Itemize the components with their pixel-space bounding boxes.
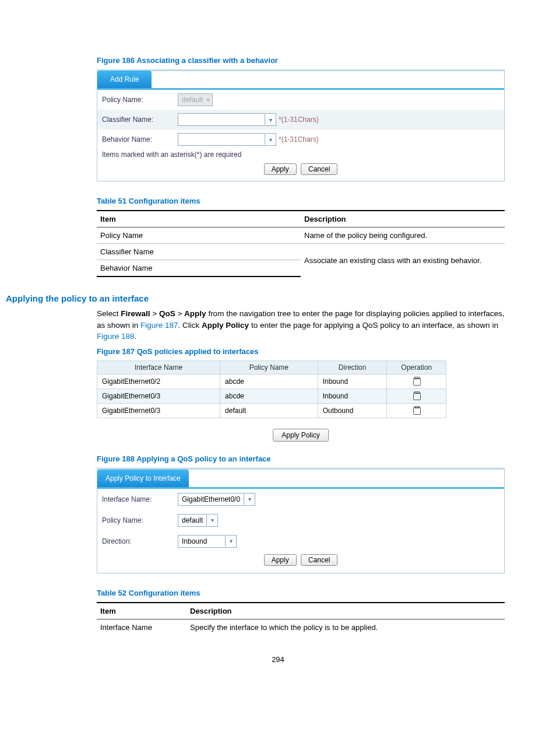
table51-head-desc: Description bbox=[301, 211, 505, 228]
classifier-hint: *(1-31Chars) bbox=[279, 116, 319, 124]
cancel-button[interactable]: Cancel bbox=[301, 163, 337, 175]
col-operation: Operation bbox=[387, 360, 446, 374]
direction-select[interactable]: Inbound ▾ bbox=[178, 535, 237, 548]
figure187-link[interactable]: Figure 187 bbox=[140, 321, 178, 330]
grid-row: GigabitEthernet0/3 default Outbound bbox=[97, 403, 446, 418]
table52: Item Description Interface Name Specify … bbox=[97, 602, 505, 635]
apply-policy-tab[interactable]: Apply Policy to Interface bbox=[97, 470, 189, 487]
table51-caption: Table 51 Configuration items bbox=[97, 197, 505, 205]
behavior-hint: *(1-31Chars) bbox=[279, 135, 319, 144]
apply-button[interactable]: Apply bbox=[264, 163, 297, 175]
figure188-link[interactable]: Figure 188 bbox=[97, 332, 135, 341]
add-rule-tab[interactable]: Add Rule bbox=[97, 71, 152, 88]
classifier-name-input[interactable] bbox=[181, 114, 265, 125]
figure187-grid: Interface Name Policy Name Direction Ope… bbox=[97, 360, 446, 418]
policy-name-select: default ▾ bbox=[178, 93, 213, 106]
table51: Item Description Policy Name Name of the… bbox=[97, 210, 505, 277]
table51-r1-item: Policy Name bbox=[97, 228, 301, 244]
apply-button-188[interactable]: Apply bbox=[264, 554, 297, 566]
cancel-button-188[interactable]: Cancel bbox=[301, 554, 337, 566]
classifier-name-select[interactable]: ▾ bbox=[178, 113, 276, 126]
table52-head-item: Item bbox=[97, 603, 186, 620]
table52-caption: Table 52 Configuration items bbox=[97, 589, 505, 597]
col-interface: Interface Name bbox=[97, 360, 220, 374]
direction-label: Direction: bbox=[102, 537, 178, 545]
chevron-down-icon[interactable]: ▾ bbox=[225, 536, 236, 547]
table51-merged-desc: Associate an existing class with an exis… bbox=[301, 244, 505, 277]
chevron-down-icon[interactable]: ▾ bbox=[265, 114, 276, 125]
policy-name-select-188[interactable]: default ▾ bbox=[178, 514, 218, 527]
apply-policy-button[interactable]: Apply Policy bbox=[273, 429, 328, 442]
required-note: Items marked with an asterisk(*) are req… bbox=[97, 149, 504, 161]
table51-r2-item: Classifier Name bbox=[97, 244, 301, 260]
add-rule-panel: Add Rule Policy Name: default ▾ Classifi… bbox=[97, 69, 505, 181]
interface-name-label: Interface Name: bbox=[102, 495, 178, 503]
table51-r1-desc: Name of the policy being configured. bbox=[301, 228, 505, 244]
trash-icon[interactable] bbox=[413, 391, 420, 399]
table52-r1-desc: Specify the interface to which the polic… bbox=[186, 619, 505, 635]
table52-r1-item: Interface Name bbox=[97, 619, 186, 635]
table52-head-desc: Description bbox=[186, 603, 505, 620]
grid-row: GigabitEthernet0/2 abcde Inbound bbox=[97, 374, 446, 388]
behavior-name-select[interactable]: ▾ bbox=[178, 133, 276, 146]
chevron-down-icon[interactable]: ▾ bbox=[244, 494, 255, 505]
classifier-name-label: Classifier Name: bbox=[102, 116, 178, 124]
policy-name-label-188: Policy Name: bbox=[102, 516, 178, 524]
figure188-caption: Figure 188 Applying a QoS policy to an i… bbox=[97, 454, 505, 463]
trash-icon[interactable] bbox=[413, 377, 420, 384]
policy-name-value: default bbox=[182, 96, 203, 104]
figure186-caption: Figure 186 Associating a classifier with… bbox=[97, 56, 505, 65]
page-number: 294 bbox=[51, 655, 505, 664]
behavior-name-input[interactable] bbox=[181, 134, 265, 145]
apply-policy-panel: Apply Policy to Interface Interface Name… bbox=[97, 468, 505, 573]
chevron-down-icon[interactable]: ▾ bbox=[206, 515, 217, 526]
col-policy: Policy Name bbox=[220, 360, 318, 374]
policy-name-label: Policy Name: bbox=[102, 96, 178, 104]
trash-icon[interactable] bbox=[413, 406, 420, 414]
table51-head-item: Item bbox=[97, 211, 301, 228]
figure187-caption: Figure 187 QoS policies applied to inter… bbox=[97, 347, 505, 356]
chevron-down-icon[interactable]: ▾ bbox=[265, 134, 276, 145]
table51-r3-item: Behavior Name bbox=[97, 260, 301, 277]
behavior-name-label: Behavior Name: bbox=[102, 135, 178, 144]
col-direction: Direction bbox=[318, 360, 387, 374]
chevron-down-icon: ▾ bbox=[206, 96, 210, 104]
interface-name-select[interactable]: GigabitEthernet0/0 ▾ bbox=[178, 493, 255, 506]
grid-row: GigabitEthernet0/3 abcde Inbound bbox=[97, 388, 446, 403]
applying-paragraph: Select Firewall > QoS > Apply from the n… bbox=[97, 308, 505, 342]
applying-heading: Applying the policy to an interface bbox=[6, 293, 505, 303]
